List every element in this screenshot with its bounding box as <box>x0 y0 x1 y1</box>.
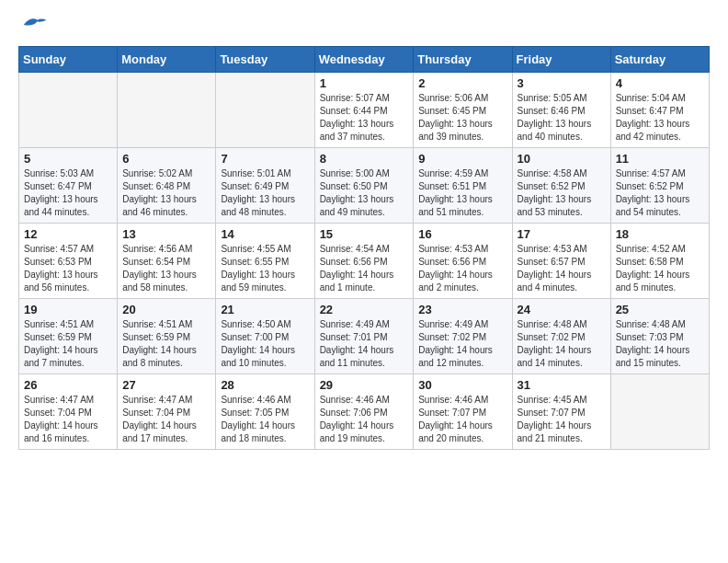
calendar-cell: 26Sunrise: 4:47 AM Sunset: 7:04 PM Dayli… <box>19 374 118 450</box>
calendar-cell: 15Sunrise: 4:54 AM Sunset: 6:56 PM Dayli… <box>314 224 414 299</box>
logo-bird-icon <box>20 14 48 32</box>
day-info: Sunrise: 4:55 AM Sunset: 6:55 PM Dayligh… <box>221 243 309 294</box>
calendar-week-row: 26Sunrise: 4:47 AM Sunset: 7:04 PM Dayli… <box>19 374 710 450</box>
calendar-cell: 25Sunrise: 4:48 AM Sunset: 7:03 PM Dayli… <box>610 299 709 374</box>
calendar-cell: 24Sunrise: 4:48 AM Sunset: 7:02 PM Dayli… <box>512 299 610 374</box>
calendar-cell: 1Sunrise: 5:07 AM Sunset: 6:44 PM Daylig… <box>314 73 414 148</box>
day-number: 27 <box>122 378 210 392</box>
calendar-cell: 27Sunrise: 4:47 AM Sunset: 7:04 PM Dayli… <box>118 374 216 450</box>
day-info: Sunrise: 5:07 AM Sunset: 6:44 PM Dayligh… <box>320 92 409 144</box>
day-info: Sunrise: 4:47 AM Sunset: 7:04 PM Dayligh… <box>122 394 210 445</box>
calendar-cell: 28Sunrise: 4:46 AM Sunset: 7:05 PM Dayli… <box>216 374 314 450</box>
day-info: Sunrise: 5:03 AM Sunset: 6:47 PM Dayligh… <box>24 167 112 219</box>
day-number: 3 <box>518 76 606 90</box>
day-number: 2 <box>418 76 506 90</box>
logo <box>18 18 48 32</box>
day-number: 23 <box>418 303 506 316</box>
calendar-cell: 7Sunrise: 5:01 AM Sunset: 6:49 PM Daylig… <box>216 148 314 224</box>
day-info: Sunrise: 4:45 AM Sunset: 7:07 PM Dayligh… <box>518 394 606 445</box>
calendar-cell: 30Sunrise: 4:46 AM Sunset: 7:07 PM Dayli… <box>414 374 512 450</box>
day-info: Sunrise: 5:05 AM Sunset: 6:46 PM Dayligh… <box>518 92 606 144</box>
calendar-week-row: 1Sunrise: 5:07 AM Sunset: 6:44 PM Daylig… <box>19 73 710 148</box>
day-number: 21 <box>221 303 309 316</box>
day-number: 19 <box>24 303 112 316</box>
day-info: Sunrise: 4:47 AM Sunset: 7:04 PM Dayligh… <box>24 394 112 445</box>
day-info: Sunrise: 4:59 AM Sunset: 6:51 PM Dayligh… <box>418 167 506 219</box>
day-info: Sunrise: 4:54 AM Sunset: 6:56 PM Dayligh… <box>320 243 409 294</box>
weekday-header-sunday: Sunday <box>19 47 118 73</box>
day-number: 10 <box>518 152 606 166</box>
day-number: 4 <box>616 76 704 90</box>
calendar-cell: 2Sunrise: 5:06 AM Sunset: 6:45 PM Daylig… <box>414 73 512 148</box>
day-number: 26 <box>24 378 112 392</box>
day-info: Sunrise: 4:50 AM Sunset: 7:00 PM Dayligh… <box>221 318 309 370</box>
weekday-header-wednesday: Wednesday <box>314 47 414 73</box>
calendar-cell: 17Sunrise: 4:53 AM Sunset: 6:57 PM Dayli… <box>512 224 610 299</box>
day-info: Sunrise: 4:49 AM Sunset: 7:01 PM Dayligh… <box>320 318 409 370</box>
day-number: 17 <box>518 227 606 241</box>
calendar-cell: 16Sunrise: 4:53 AM Sunset: 6:56 PM Dayli… <box>414 224 512 299</box>
weekday-header-saturday: Saturday <box>610 47 709 73</box>
weekday-header-monday: Monday <box>118 47 216 73</box>
day-info: Sunrise: 4:51 AM Sunset: 6:59 PM Dayligh… <box>24 318 112 370</box>
day-number: 24 <box>518 303 606 316</box>
day-info: Sunrise: 4:52 AM Sunset: 6:58 PM Dayligh… <box>616 243 704 294</box>
day-number: 29 <box>320 378 409 392</box>
day-number: 1 <box>320 76 409 90</box>
calendar-cell: 6Sunrise: 5:02 AM Sunset: 6:48 PM Daylig… <box>118 148 216 224</box>
day-number: 13 <box>122 227 210 241</box>
calendar-cell: 23Sunrise: 4:49 AM Sunset: 7:02 PM Dayli… <box>414 299 512 374</box>
calendar-cell: 20Sunrise: 4:51 AM Sunset: 6:59 PM Dayli… <box>118 299 216 374</box>
day-number: 25 <box>616 303 704 316</box>
day-number: 9 <box>418 152 506 166</box>
calendar-cell: 14Sunrise: 4:55 AM Sunset: 6:55 PM Dayli… <box>216 224 314 299</box>
day-number: 12 <box>24 227 112 241</box>
calendar-cell: 3Sunrise: 5:05 AM Sunset: 6:46 PM Daylig… <box>512 73 610 148</box>
page-header <box>18 18 710 32</box>
calendar-week-row: 19Sunrise: 4:51 AM Sunset: 6:59 PM Dayli… <box>19 299 710 374</box>
calendar-week-row: 12Sunrise: 4:57 AM Sunset: 6:53 PM Dayli… <box>19 224 710 299</box>
weekday-header-thursday: Thursday <box>414 47 512 73</box>
weekday-header-tuesday: Tuesday <box>216 47 314 73</box>
calendar-cell: 19Sunrise: 4:51 AM Sunset: 6:59 PM Dayli… <box>19 299 118 374</box>
calendar-cell: 29Sunrise: 4:46 AM Sunset: 7:06 PM Dayli… <box>314 374 414 450</box>
calendar-cell: 13Sunrise: 4:56 AM Sunset: 6:54 PM Dayli… <box>118 224 216 299</box>
day-info: Sunrise: 4:48 AM Sunset: 7:03 PM Dayligh… <box>616 318 704 370</box>
calendar-cell <box>216 73 314 148</box>
calendar-cell <box>610 374 709 450</box>
day-info: Sunrise: 4:46 AM Sunset: 7:07 PM Dayligh… <box>418 394 506 445</box>
weekday-header-row: SundayMondayTuesdayWednesdayThursdayFrid… <box>19 47 710 73</box>
day-info: Sunrise: 4:46 AM Sunset: 7:05 PM Dayligh… <box>221 394 309 445</box>
day-info: Sunrise: 4:51 AM Sunset: 6:59 PM Dayligh… <box>122 318 210 370</box>
day-number: 22 <box>320 303 409 316</box>
calendar-cell: 8Sunrise: 5:00 AM Sunset: 6:50 PM Daylig… <box>314 148 414 224</box>
day-number: 30 <box>418 378 506 392</box>
calendar-cell <box>118 73 216 148</box>
day-info: Sunrise: 4:46 AM Sunset: 7:06 PM Dayligh… <box>320 394 409 445</box>
calendar-cell: 9Sunrise: 4:59 AM Sunset: 6:51 PM Daylig… <box>414 148 512 224</box>
day-number: 18 <box>616 227 704 241</box>
day-number: 28 <box>221 378 309 392</box>
day-info: Sunrise: 4:58 AM Sunset: 6:52 PM Dayligh… <box>518 167 606 219</box>
calendar-cell <box>19 73 118 148</box>
calendar-cell: 12Sunrise: 4:57 AM Sunset: 6:53 PM Dayli… <box>19 224 118 299</box>
weekday-header-friday: Friday <box>512 47 610 73</box>
day-info: Sunrise: 5:00 AM Sunset: 6:50 PM Dayligh… <box>320 167 409 219</box>
calendar-cell: 22Sunrise: 4:49 AM Sunset: 7:01 PM Dayli… <box>314 299 414 374</box>
calendar-cell: 10Sunrise: 4:58 AM Sunset: 6:52 PM Dayli… <box>512 148 610 224</box>
day-info: Sunrise: 4:53 AM Sunset: 6:56 PM Dayligh… <box>418 243 506 294</box>
day-info: Sunrise: 5:01 AM Sunset: 6:49 PM Dayligh… <box>221 167 309 219</box>
calendar-cell: 18Sunrise: 4:52 AM Sunset: 6:58 PM Dayli… <box>610 224 709 299</box>
day-info: Sunrise: 4:53 AM Sunset: 6:57 PM Dayligh… <box>518 243 606 294</box>
day-number: 7 <box>221 152 309 166</box>
day-number: 8 <box>320 152 409 166</box>
day-info: Sunrise: 5:02 AM Sunset: 6:48 PM Dayligh… <box>122 167 210 219</box>
day-number: 20 <box>122 303 210 316</box>
day-info: Sunrise: 4:57 AM Sunset: 6:52 PM Dayligh… <box>616 167 704 219</box>
calendar-cell: 4Sunrise: 5:04 AM Sunset: 6:47 PM Daylig… <box>610 73 709 148</box>
day-number: 16 <box>418 227 506 241</box>
day-info: Sunrise: 4:48 AM Sunset: 7:02 PM Dayligh… <box>518 318 606 370</box>
day-info: Sunrise: 5:04 AM Sunset: 6:47 PM Dayligh… <box>616 92 704 144</box>
day-number: 15 <box>320 227 409 241</box>
calendar-cell: 11Sunrise: 4:57 AM Sunset: 6:52 PM Dayli… <box>610 148 709 224</box>
